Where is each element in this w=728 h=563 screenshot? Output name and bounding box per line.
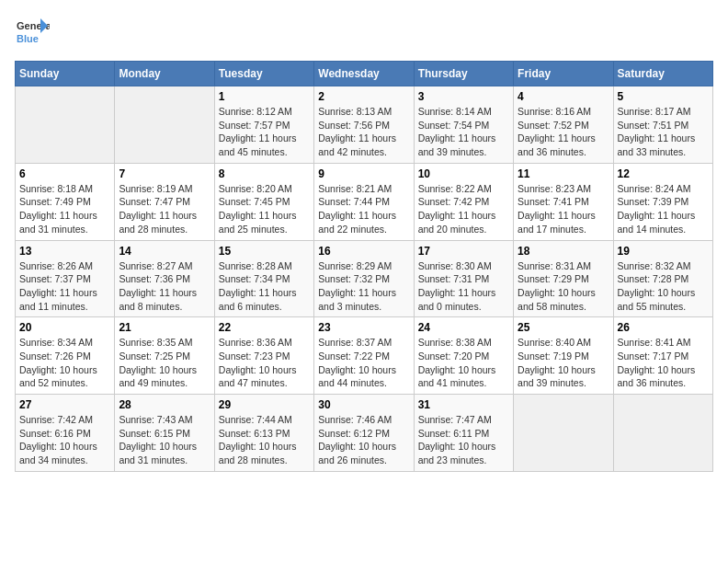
day-number: 14: [119, 245, 210, 258]
calendar-cell: [115, 86, 214, 164]
calendar-week-2: 6Sunrise: 8:18 AM Sunset: 7:49 PM Daylig…: [16, 163, 713, 240]
day-info: Sunrise: 8:22 AM Sunset: 7:42 PM Dayligh…: [418, 182, 509, 236]
calendar-cell: 29Sunrise: 7:44 AM Sunset: 6:13 PM Dayli…: [214, 395, 313, 472]
day-info: Sunrise: 8:26 AM Sunset: 7:37 PM Dayligh…: [19, 259, 110, 314]
day-info: Sunrise: 8:32 AM Sunset: 7:28 PM Dayligh…: [618, 259, 709, 314]
calendar-cell: 5Sunrise: 8:17 AM Sunset: 7:51 PM Daylig…: [613, 86, 712, 164]
day-number: 24: [418, 321, 509, 334]
day-info: Sunrise: 8:23 AM Sunset: 7:41 PM Dayligh…: [518, 182, 609, 236]
calendar-cell: 7Sunrise: 8:19 AM Sunset: 7:47 PM Daylig…: [115, 163, 214, 240]
calendar-cell: 31Sunrise: 7:47 AM Sunset: 6:11 PM Dayli…: [414, 395, 513, 472]
day-header-friday: Friday: [514, 62, 613, 86]
calendar-cell: 4Sunrise: 8:16 AM Sunset: 7:52 PM Daylig…: [514, 86, 613, 164]
calendar-cell: 20Sunrise: 8:34 AM Sunset: 7:26 PM Dayli…: [16, 317, 115, 395]
day-number: 16: [318, 245, 409, 258]
calendar-cell: 19Sunrise: 8:32 AM Sunset: 7:28 PM Dayli…: [613, 240, 712, 317]
day-number: 4: [518, 90, 609, 103]
day-info: Sunrise: 8:35 AM Sunset: 7:25 PM Dayligh…: [119, 336, 210, 390]
day-info: Sunrise: 8:36 AM Sunset: 7:23 PM Dayligh…: [219, 336, 310, 390]
day-number: 5: [618, 90, 709, 103]
calendar-cell: 28Sunrise: 7:43 AM Sunset: 6:15 PM Dayli…: [115, 395, 214, 472]
day-number: 2: [318, 90, 409, 103]
day-number: 19: [618, 245, 709, 258]
svg-text:Blue: Blue: [17, 33, 39, 44]
calendar-cell: 9Sunrise: 8:21 AM Sunset: 7:44 PM Daylig…: [314, 163, 414, 240]
day-header-monday: Monday: [115, 62, 214, 86]
day-number: 17: [418, 245, 509, 258]
calendar-cell: 25Sunrise: 8:40 AM Sunset: 7:19 PM Dayli…: [514, 317, 613, 395]
calendar-cell: 12Sunrise: 8:24 AM Sunset: 7:39 PM Dayli…: [613, 163, 712, 240]
calendar-week-5: 27Sunrise: 7:42 AM Sunset: 6:16 PM Dayli…: [16, 395, 713, 472]
calendar-cell: 11Sunrise: 8:23 AM Sunset: 7:41 PM Dayli…: [514, 163, 613, 240]
day-number: 23: [318, 321, 409, 334]
calendar-cell: 16Sunrise: 8:29 AM Sunset: 7:32 PM Dayli…: [314, 240, 414, 317]
calendar-cell: 2Sunrise: 8:13 AM Sunset: 7:56 PM Daylig…: [314, 86, 414, 164]
day-number: 6: [19, 167, 110, 180]
day-header-thursday: Thursday: [414, 62, 513, 86]
day-number: 15: [219, 245, 310, 258]
day-info: Sunrise: 8:19 AM Sunset: 7:47 PM Dayligh…: [119, 182, 210, 236]
calendar-cell: 23Sunrise: 8:37 AM Sunset: 7:22 PM Dayli…: [314, 317, 414, 395]
day-info: Sunrise: 8:34 AM Sunset: 7:26 PM Dayligh…: [19, 336, 110, 390]
calendar-cell: 18Sunrise: 8:31 AM Sunset: 7:29 PM Dayli…: [514, 240, 613, 317]
day-info: Sunrise: 7:43 AM Sunset: 6:15 PM Dayligh…: [119, 413, 210, 467]
calendar-cell: 27Sunrise: 7:42 AM Sunset: 6:16 PM Dayli…: [16, 395, 115, 472]
calendar-cell: [613, 395, 712, 472]
day-info: Sunrise: 8:30 AM Sunset: 7:31 PM Dayligh…: [418, 259, 509, 314]
day-number: 13: [19, 245, 110, 258]
calendar-cell: 22Sunrise: 8:36 AM Sunset: 7:23 PM Dayli…: [214, 317, 313, 395]
day-number: 26: [618, 321, 709, 334]
calendar-week-1: 1Sunrise: 8:12 AM Sunset: 7:57 PM Daylig…: [16, 86, 713, 164]
day-info: Sunrise: 8:28 AM Sunset: 7:34 PM Dayligh…: [219, 259, 310, 314]
day-info: Sunrise: 8:17 AM Sunset: 7:51 PM Dayligh…: [618, 105, 709, 159]
day-header-sunday: Sunday: [16, 62, 115, 86]
day-number: 31: [418, 398, 509, 411]
day-info: Sunrise: 8:27 AM Sunset: 7:36 PM Dayligh…: [119, 259, 210, 314]
logo-icon: General Blue: [15, 15, 50, 50]
day-number: 28: [119, 398, 210, 411]
day-info: Sunrise: 8:24 AM Sunset: 7:39 PM Dayligh…: [618, 182, 709, 236]
day-number: 27: [19, 398, 110, 411]
logo: General Blue: [15, 15, 50, 50]
calendar-cell: 10Sunrise: 8:22 AM Sunset: 7:42 PM Dayli…: [414, 163, 513, 240]
day-info: Sunrise: 8:37 AM Sunset: 7:22 PM Dayligh…: [318, 336, 409, 390]
day-number: 12: [618, 167, 709, 180]
day-number: 8: [219, 167, 310, 180]
calendar-header-row: SundayMondayTuesdayWednesdayThursdayFrid…: [16, 62, 713, 86]
day-info: Sunrise: 8:40 AM Sunset: 7:19 PM Dayligh…: [518, 336, 609, 390]
day-number: 30: [318, 398, 409, 411]
calendar-table: SundayMondayTuesdayWednesdayThursdayFrid…: [15, 61, 713, 472]
calendar-cell: 15Sunrise: 8:28 AM Sunset: 7:34 PM Dayli…: [214, 240, 313, 317]
calendar-cell: 8Sunrise: 8:20 AM Sunset: 7:45 PM Daylig…: [214, 163, 313, 240]
day-info: Sunrise: 8:12 AM Sunset: 7:57 PM Dayligh…: [219, 105, 310, 159]
day-number: 18: [518, 245, 609, 258]
calendar-cell: [514, 395, 613, 472]
day-number: 3: [418, 90, 509, 103]
day-info: Sunrise: 8:20 AM Sunset: 7:45 PM Dayligh…: [219, 182, 310, 236]
day-number: 29: [219, 398, 310, 411]
day-number: 20: [19, 321, 110, 334]
day-info: Sunrise: 8:31 AM Sunset: 7:29 PM Dayligh…: [518, 259, 609, 314]
day-info: Sunrise: 8:29 AM Sunset: 7:32 PM Dayligh…: [318, 259, 409, 314]
calendar-cell: 30Sunrise: 7:46 AM Sunset: 6:12 PM Dayli…: [314, 395, 414, 472]
calendar-cell: 24Sunrise: 8:38 AM Sunset: 7:20 PM Dayli…: [414, 317, 513, 395]
day-info: Sunrise: 8:14 AM Sunset: 7:54 PM Dayligh…: [418, 105, 509, 159]
calendar-cell: 21Sunrise: 8:35 AM Sunset: 7:25 PM Dayli…: [115, 317, 214, 395]
day-number: 10: [418, 167, 509, 180]
day-info: Sunrise: 7:46 AM Sunset: 6:12 PM Dayligh…: [318, 413, 409, 467]
calendar-cell: 3Sunrise: 8:14 AM Sunset: 7:54 PM Daylig…: [414, 86, 513, 164]
calendar-cell: [16, 86, 115, 164]
day-number: 7: [119, 167, 210, 180]
day-number: 21: [119, 321, 210, 334]
calendar-cell: 17Sunrise: 8:30 AM Sunset: 7:31 PM Dayli…: [414, 240, 513, 317]
day-info: Sunrise: 8:41 AM Sunset: 7:17 PM Dayligh…: [618, 336, 709, 390]
page-header: General Blue: [15, 15, 713, 50]
calendar-cell: 26Sunrise: 8:41 AM Sunset: 7:17 PM Dayli…: [613, 317, 712, 395]
day-info: Sunrise: 8:13 AM Sunset: 7:56 PM Dayligh…: [318, 105, 409, 159]
day-header-saturday: Saturday: [613, 62, 712, 86]
day-info: Sunrise: 7:44 AM Sunset: 6:13 PM Dayligh…: [219, 413, 310, 467]
calendar-week-4: 20Sunrise: 8:34 AM Sunset: 7:26 PM Dayli…: [16, 317, 713, 395]
calendar-week-3: 13Sunrise: 8:26 AM Sunset: 7:37 PM Dayli…: [16, 240, 713, 317]
calendar-cell: 14Sunrise: 8:27 AM Sunset: 7:36 PM Dayli…: [115, 240, 214, 317]
day-number: 22: [219, 321, 310, 334]
